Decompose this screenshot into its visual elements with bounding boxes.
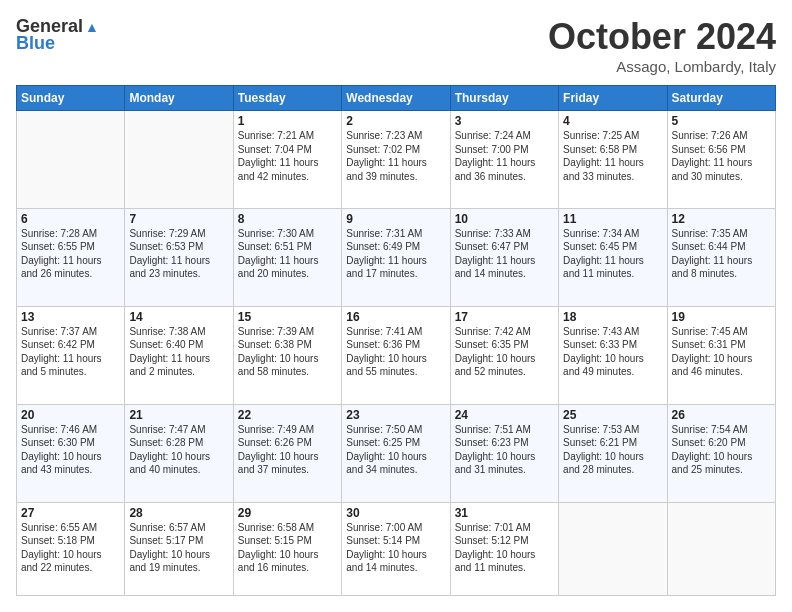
cell-sun-info: Sunrise: 7:46 AM Sunset: 6:30 PM Dayligh…	[21, 423, 120, 477]
table-row: 17Sunrise: 7:42 AM Sunset: 6:35 PM Dayli…	[450, 306, 558, 404]
cell-day-number: 22	[238, 408, 337, 422]
cell-sun-info: Sunrise: 7:39 AM Sunset: 6:38 PM Dayligh…	[238, 325, 337, 379]
cell-day-number: 21	[129, 408, 228, 422]
cell-day-number: 7	[129, 212, 228, 226]
cell-sun-info: Sunrise: 7:31 AM Sunset: 6:49 PM Dayligh…	[346, 227, 445, 281]
table-row: 27Sunrise: 6:55 AM Sunset: 5:18 PM Dayli…	[17, 502, 125, 595]
cell-day-number: 4	[563, 114, 662, 128]
cell-day-number: 3	[455, 114, 554, 128]
cell-sun-info: Sunrise: 7:28 AM Sunset: 6:55 PM Dayligh…	[21, 227, 120, 281]
table-row: 1Sunrise: 7:21 AM Sunset: 7:04 PM Daylig…	[233, 111, 341, 209]
cell-sun-info: Sunrise: 7:34 AM Sunset: 6:45 PM Dayligh…	[563, 227, 662, 281]
table-row	[125, 111, 233, 209]
cell-day-number: 1	[238, 114, 337, 128]
col-sunday: Sunday	[17, 86, 125, 111]
table-row: 28Sunrise: 6:57 AM Sunset: 5:17 PM Dayli…	[125, 502, 233, 595]
cell-sun-info: Sunrise: 7:43 AM Sunset: 6:33 PM Dayligh…	[563, 325, 662, 379]
cell-day-number: 26	[672, 408, 771, 422]
cell-day-number: 29	[238, 506, 337, 520]
table-row: 2Sunrise: 7:23 AM Sunset: 7:02 PM Daylig…	[342, 111, 450, 209]
cell-sun-info: Sunrise: 7:41 AM Sunset: 6:36 PM Dayligh…	[346, 325, 445, 379]
cell-sun-info: Sunrise: 7:30 AM Sunset: 6:51 PM Dayligh…	[238, 227, 337, 281]
cell-day-number: 27	[21, 506, 120, 520]
table-row: 24Sunrise: 7:51 AM Sunset: 6:23 PM Dayli…	[450, 404, 558, 502]
cell-sun-info: Sunrise: 7:26 AM Sunset: 6:56 PM Dayligh…	[672, 129, 771, 183]
cell-sun-info: Sunrise: 7:45 AM Sunset: 6:31 PM Dayligh…	[672, 325, 771, 379]
cell-day-number: 24	[455, 408, 554, 422]
table-row: 31Sunrise: 7:01 AM Sunset: 5:12 PM Dayli…	[450, 502, 558, 595]
table-row: 19Sunrise: 7:45 AM Sunset: 6:31 PM Dayli…	[667, 306, 775, 404]
col-friday: Friday	[559, 86, 667, 111]
col-tuesday: Tuesday	[233, 86, 341, 111]
cell-day-number: 28	[129, 506, 228, 520]
cell-day-number: 13	[21, 310, 120, 324]
logo: General ▲ Blue	[16, 16, 99, 54]
table-row: 11Sunrise: 7:34 AM Sunset: 6:45 PM Dayli…	[559, 208, 667, 306]
cell-day-number: 19	[672, 310, 771, 324]
table-row: 7Sunrise: 7:29 AM Sunset: 6:53 PM Daylig…	[125, 208, 233, 306]
cell-day-number: 5	[672, 114, 771, 128]
table-row: 22Sunrise: 7:49 AM Sunset: 6:26 PM Dayli…	[233, 404, 341, 502]
table-row: 9Sunrise: 7:31 AM Sunset: 6:49 PM Daylig…	[342, 208, 450, 306]
location: Assago, Lombardy, Italy	[548, 58, 776, 75]
table-row	[667, 502, 775, 595]
table-row: 3Sunrise: 7:24 AM Sunset: 7:00 PM Daylig…	[450, 111, 558, 209]
table-row: 15Sunrise: 7:39 AM Sunset: 6:38 PM Dayli…	[233, 306, 341, 404]
cell-sun-info: Sunrise: 7:00 AM Sunset: 5:14 PM Dayligh…	[346, 521, 445, 575]
cell-day-number: 16	[346, 310, 445, 324]
cell-day-number: 8	[238, 212, 337, 226]
cell-sun-info: Sunrise: 7:01 AM Sunset: 5:12 PM Dayligh…	[455, 521, 554, 575]
table-row: 10Sunrise: 7:33 AM Sunset: 6:47 PM Dayli…	[450, 208, 558, 306]
logo-bird-icon: ▲	[85, 19, 99, 35]
cell-sun-info: Sunrise: 7:35 AM Sunset: 6:44 PM Dayligh…	[672, 227, 771, 281]
title-area: October 2024 Assago, Lombardy, Italy	[548, 16, 776, 75]
cell-day-number: 23	[346, 408, 445, 422]
table-row: 21Sunrise: 7:47 AM Sunset: 6:28 PM Dayli…	[125, 404, 233, 502]
cell-day-number: 25	[563, 408, 662, 422]
cell-day-number: 15	[238, 310, 337, 324]
table-row	[559, 502, 667, 595]
cell-sun-info: Sunrise: 7:49 AM Sunset: 6:26 PM Dayligh…	[238, 423, 337, 477]
table-row: 26Sunrise: 7:54 AM Sunset: 6:20 PM Dayli…	[667, 404, 775, 502]
cell-sun-info: Sunrise: 6:55 AM Sunset: 5:18 PM Dayligh…	[21, 521, 120, 575]
cell-day-number: 31	[455, 506, 554, 520]
cell-sun-info: Sunrise: 7:24 AM Sunset: 7:00 PM Dayligh…	[455, 129, 554, 183]
table-row: 13Sunrise: 7:37 AM Sunset: 6:42 PM Dayli…	[17, 306, 125, 404]
table-row: 18Sunrise: 7:43 AM Sunset: 6:33 PM Dayli…	[559, 306, 667, 404]
table-row: 29Sunrise: 6:58 AM Sunset: 5:15 PM Dayli…	[233, 502, 341, 595]
table-row: 12Sunrise: 7:35 AM Sunset: 6:44 PM Dayli…	[667, 208, 775, 306]
table-row: 14Sunrise: 7:38 AM Sunset: 6:40 PM Dayli…	[125, 306, 233, 404]
month-title: October 2024	[548, 16, 776, 58]
cell-sun-info: Sunrise: 6:58 AM Sunset: 5:15 PM Dayligh…	[238, 521, 337, 575]
cell-sun-info: Sunrise: 7:38 AM Sunset: 6:40 PM Dayligh…	[129, 325, 228, 379]
cell-sun-info: Sunrise: 7:37 AM Sunset: 6:42 PM Dayligh…	[21, 325, 120, 379]
col-wednesday: Wednesday	[342, 86, 450, 111]
cell-day-number: 12	[672, 212, 771, 226]
cell-sun-info: Sunrise: 7:51 AM Sunset: 6:23 PM Dayligh…	[455, 423, 554, 477]
page: General ▲ Blue October 2024 Assago, Lomb…	[0, 0, 792, 612]
table-row	[17, 111, 125, 209]
col-monday: Monday	[125, 86, 233, 111]
cell-sun-info: Sunrise: 7:29 AM Sunset: 6:53 PM Dayligh…	[129, 227, 228, 281]
cell-day-number: 30	[346, 506, 445, 520]
cell-sun-info: Sunrise: 7:47 AM Sunset: 6:28 PM Dayligh…	[129, 423, 228, 477]
table-row: 25Sunrise: 7:53 AM Sunset: 6:21 PM Dayli…	[559, 404, 667, 502]
logo-blue-text: Blue	[16, 33, 55, 54]
cell-sun-info: Sunrise: 7:54 AM Sunset: 6:20 PM Dayligh…	[672, 423, 771, 477]
cell-day-number: 2	[346, 114, 445, 128]
calendar-header-row: Sunday Monday Tuesday Wednesday Thursday…	[17, 86, 776, 111]
cell-day-number: 17	[455, 310, 554, 324]
cell-day-number: 9	[346, 212, 445, 226]
cell-sun-info: Sunrise: 7:50 AM Sunset: 6:25 PM Dayligh…	[346, 423, 445, 477]
table-row: 16Sunrise: 7:41 AM Sunset: 6:36 PM Dayli…	[342, 306, 450, 404]
calendar-table: Sunday Monday Tuesday Wednesday Thursday…	[16, 85, 776, 596]
table-row: 30Sunrise: 7:00 AM Sunset: 5:14 PM Dayli…	[342, 502, 450, 595]
cell-sun-info: Sunrise: 7:21 AM Sunset: 7:04 PM Dayligh…	[238, 129, 337, 183]
cell-day-number: 20	[21, 408, 120, 422]
col-thursday: Thursday	[450, 86, 558, 111]
cell-day-number: 18	[563, 310, 662, 324]
cell-day-number: 6	[21, 212, 120, 226]
cell-sun-info: Sunrise: 6:57 AM Sunset: 5:17 PM Dayligh…	[129, 521, 228, 575]
table-row: 6Sunrise: 7:28 AM Sunset: 6:55 PM Daylig…	[17, 208, 125, 306]
table-row: 20Sunrise: 7:46 AM Sunset: 6:30 PM Dayli…	[17, 404, 125, 502]
